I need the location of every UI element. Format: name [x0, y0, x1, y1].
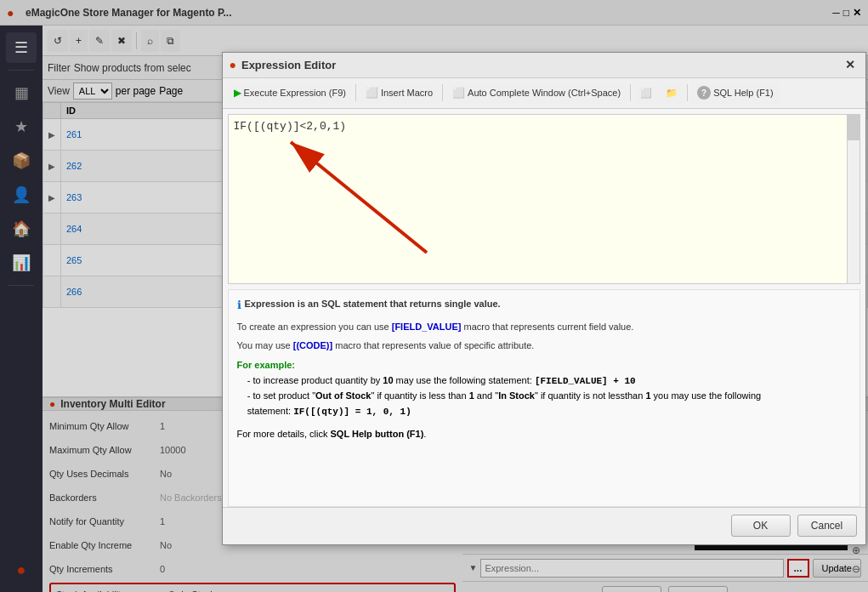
info-icon: ℹ [237, 297, 241, 315]
info-main-text: Expression is an SQL statement that retu… [245, 297, 501, 312]
toolbar-sep-4 [687, 84, 688, 101]
dialog-title-bar: ● Expression Editor ✕ [223, 53, 865, 78]
play-icon: ▶ [234, 87, 241, 99]
info-para-1: To create an expression you can use [FIE… [237, 320, 851, 335]
execute-label: Execute Expression (F9) [244, 88, 346, 98]
scrollbar-thumb[interactable] [848, 115, 859, 140]
sql-help-button[interactable]: ? SQL Help (F1) [691, 82, 780, 104]
insert-macro-label: Insert Macro [381, 88, 433, 98]
autocomplete-icon: ⬜ [452, 87, 465, 99]
example-2: - to set product "Out of Stock" if quant… [237, 390, 762, 401]
app-container: ● eMagicOne Store Manager for Magento P.… [0, 0, 868, 592]
toolbar-sep-1 [355, 84, 356, 101]
toolbar-icon-btn-1[interactable]: ⬜ [634, 82, 658, 104]
dialog-overlay: ● Expression Editor ✕ ▶ Execute Expressi… [0, 0, 868, 592]
example-label: For example: [237, 360, 295, 370]
expression-editor-dialog: ● Expression Editor ✕ ▶ Execute Expressi… [222, 52, 866, 545]
macro-icon: ⬜ [366, 87, 378, 99]
example-1: - to increase product quantity by 10 may… [237, 375, 636, 385]
help-icon: ? [697, 86, 711, 100]
expression-editor-area: IF([(qty)]<2,0,1) [228, 114, 860, 284]
toolbar-icon-btn-2[interactable]: 📁 [660, 82, 684, 104]
dialog-title: Expression Editor [241, 59, 842, 71]
dialog-toolbar: ▶ Execute Expression (F9) ⬜ Insert Macro… [223, 78, 865, 109]
autocomplete-label: Auto Complete Window (Ctrl+Space) [468, 88, 621, 98]
code-macro: [(CODE)] [293, 340, 332, 350]
toolbar-sep-3 [630, 84, 631, 101]
expression-content: IF([(qty)]<2,0,1) [234, 120, 347, 133]
expression-text[interactable]: IF([(qty)]<2,0,1) [229, 115, 859, 283]
examples: For example: - to increase product quant… [237, 358, 851, 419]
sql-help-label: SQL Help (F1) [713, 88, 774, 98]
execute-expression-button[interactable]: ▶ Execute Expression (F9) [228, 82, 352, 104]
dialog-close-button[interactable]: ✕ [842, 56, 859, 73]
info-para-2: You may use [(CODE)] macro that represen… [237, 339, 851, 354]
insert-macro-button[interactable]: ⬜ Insert Macro [360, 82, 439, 104]
dialog-ok-button[interactable]: OK [731, 515, 791, 537]
autocomplete-button[interactable]: ⬜ Auto Complete Window (Ctrl+Space) [446, 82, 627, 104]
scrollbar[interactable] [847, 115, 859, 283]
field-value-macro: [FIELD_VALUE] [392, 322, 462, 332]
more-info: For more details, click SQL Help button … [237, 427, 851, 442]
dialog-icon: ● [230, 58, 236, 71]
info-header: ℹ Expression is an SQL statement that re… [237, 297, 851, 316]
info-section: ℹ Expression is an SQL statement that re… [228, 289, 860, 507]
example-2-cont: statement: IF([(qty)] = 1, 0, 1) [237, 406, 411, 416]
dialog-footer: OK Cancel [223, 507, 865, 544]
sql-help-ref: SQL Help button (F1) [331, 429, 424, 439]
toolbar-sep-2 [442, 84, 443, 101]
dialog-cancel-button[interactable]: Cancel [797, 515, 857, 537]
